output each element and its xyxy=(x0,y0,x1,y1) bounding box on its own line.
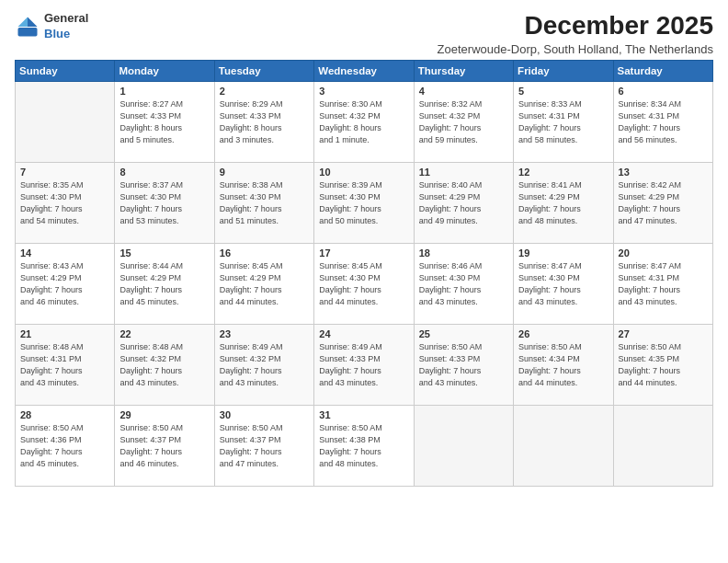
calendar-cell: 23Sunrise: 8:49 AM Sunset: 4:32 PM Dayli… xyxy=(214,325,313,406)
day-detail: Sunrise: 8:46 AM Sunset: 4:30 PM Dayligh… xyxy=(419,260,508,308)
day-detail: Sunrise: 8:38 AM Sunset: 4:30 PM Dayligh… xyxy=(220,179,309,227)
day-detail: Sunrise: 8:50 AM Sunset: 4:36 PM Dayligh… xyxy=(20,422,109,470)
day-detail: Sunrise: 8:32 AM Sunset: 4:32 PM Dayligh… xyxy=(419,98,508,146)
day-header-wednesday: Wednesday xyxy=(314,61,414,82)
day-number: 24 xyxy=(319,328,408,339)
day-detail: Sunrise: 8:43 AM Sunset: 4:29 PM Dayligh… xyxy=(20,260,109,308)
day-number: 23 xyxy=(220,328,309,339)
calendar-cell: 27Sunrise: 8:50 AM Sunset: 4:35 PM Dayli… xyxy=(613,325,712,406)
calendar-cell: 13Sunrise: 8:42 AM Sunset: 4:29 PM Dayli… xyxy=(613,163,712,244)
calendar-cell: 19Sunrise: 8:47 AM Sunset: 4:30 PM Dayli… xyxy=(514,244,613,325)
day-number: 11 xyxy=(419,167,508,178)
day-number: 4 xyxy=(419,86,508,97)
svg-marker-0 xyxy=(28,17,38,27)
calendar-cell xyxy=(414,406,513,487)
calendar-cell: 9Sunrise: 8:38 AM Sunset: 4:30 PM Daylig… xyxy=(214,163,313,244)
day-header-thursday: Thursday xyxy=(414,61,513,82)
day-number: 10 xyxy=(319,167,408,178)
day-number: 27 xyxy=(619,328,708,339)
calendar-cell xyxy=(613,406,712,487)
calendar-cell xyxy=(16,82,115,163)
day-number: 8 xyxy=(119,167,209,178)
calendar-cell: 20Sunrise: 8:47 AM Sunset: 4:31 PM Dayli… xyxy=(613,244,712,325)
day-detail: Sunrise: 8:50 AM Sunset: 4:35 PM Dayligh… xyxy=(619,341,708,389)
header: General Blue December 2025 Zoeterwoude-D… xyxy=(15,11,713,56)
day-number: 6 xyxy=(619,86,708,97)
day-detail: Sunrise: 8:48 AM Sunset: 4:32 PM Dayligh… xyxy=(119,341,209,389)
day-detail: Sunrise: 8:35 AM Sunset: 4:30 PM Dayligh… xyxy=(20,179,109,227)
day-detail: Sunrise: 8:41 AM Sunset: 4:29 PM Dayligh… xyxy=(518,179,608,227)
svg-marker-1 xyxy=(18,17,28,27)
day-number: 28 xyxy=(20,409,109,420)
day-detail: Sunrise: 8:48 AM Sunset: 4:31 PM Dayligh… xyxy=(20,341,109,389)
calendar-cell: 5Sunrise: 8:33 AM Sunset: 4:31 PM Daylig… xyxy=(514,82,613,163)
subtitle: Zoeterwoude-Dorp, South Holland, The Net… xyxy=(438,42,713,56)
day-detail: Sunrise: 8:27 AM Sunset: 4:33 PM Dayligh… xyxy=(119,98,209,146)
day-detail: Sunrise: 8:33 AM Sunset: 4:31 PM Dayligh… xyxy=(518,98,608,146)
calendar-week-row: 7Sunrise: 8:35 AM Sunset: 4:30 PM Daylig… xyxy=(16,163,713,244)
day-detail: Sunrise: 8:50 AM Sunset: 4:37 PM Dayligh… xyxy=(220,422,309,470)
calendar-cell: 24Sunrise: 8:49 AM Sunset: 4:33 PM Dayli… xyxy=(314,325,414,406)
day-number: 19 xyxy=(518,247,608,259)
calendar-cell: 26Sunrise: 8:50 AM Sunset: 4:34 PM Dayli… xyxy=(514,325,613,406)
calendar-cell: 29Sunrise: 8:50 AM Sunset: 4:37 PM Dayli… xyxy=(115,406,214,487)
logo-text: General Blue xyxy=(44,11,88,42)
day-number: 31 xyxy=(319,409,408,420)
calendar-cell: 18Sunrise: 8:46 AM Sunset: 4:30 PM Dayli… xyxy=(414,244,513,325)
main-title: December 2025 xyxy=(438,11,713,40)
page: General Blue December 2025 Zoeterwoude-D… xyxy=(0,0,728,563)
calendar-cell: 31Sunrise: 8:50 AM Sunset: 4:38 PM Dayli… xyxy=(314,406,414,487)
calendar-cell: 25Sunrise: 8:50 AM Sunset: 4:33 PM Dayli… xyxy=(414,325,513,406)
day-number: 14 xyxy=(20,247,109,259)
day-detail: Sunrise: 8:29 AM Sunset: 4:33 PM Dayligh… xyxy=(220,98,309,146)
logo-line1: General xyxy=(44,11,88,25)
day-number: 13 xyxy=(619,167,708,178)
day-detail: Sunrise: 8:40 AM Sunset: 4:29 PM Dayligh… xyxy=(419,179,508,227)
day-header-sunday: Sunday xyxy=(16,61,115,82)
calendar-week-row: 14Sunrise: 8:43 AM Sunset: 4:29 PM Dayli… xyxy=(16,244,713,325)
calendar-cell: 8Sunrise: 8:37 AM Sunset: 4:30 PM Daylig… xyxy=(115,163,214,244)
day-number: 26 xyxy=(518,328,608,339)
calendar-cell: 12Sunrise: 8:41 AM Sunset: 4:29 PM Dayli… xyxy=(514,163,613,244)
calendar-cell: 15Sunrise: 8:44 AM Sunset: 4:29 PM Dayli… xyxy=(115,244,214,325)
logo-line2: Blue xyxy=(44,27,70,40)
day-number: 2 xyxy=(220,86,309,97)
day-detail: Sunrise: 8:37 AM Sunset: 4:30 PM Dayligh… xyxy=(119,179,209,227)
day-number: 30 xyxy=(220,409,309,420)
day-number: 25 xyxy=(419,328,508,339)
day-detail: Sunrise: 8:49 AM Sunset: 4:32 PM Dayligh… xyxy=(220,341,309,389)
calendar-cell xyxy=(514,406,613,487)
logo-icon xyxy=(15,14,40,40)
day-number: 3 xyxy=(319,86,408,97)
svg-rect-2 xyxy=(18,28,38,37)
day-detail: Sunrise: 8:50 AM Sunset: 4:37 PM Dayligh… xyxy=(119,422,209,470)
day-detail: Sunrise: 8:50 AM Sunset: 4:38 PM Dayligh… xyxy=(319,422,408,470)
calendar-cell: 1Sunrise: 8:27 AM Sunset: 4:33 PM Daylig… xyxy=(115,82,214,163)
day-header-saturday: Saturday xyxy=(613,61,712,82)
day-number: 18 xyxy=(419,247,508,259)
calendar-header-row: SundayMondayTuesdayWednesdayThursdayFrid… xyxy=(16,61,713,82)
day-detail: Sunrise: 8:42 AM Sunset: 4:29 PM Dayligh… xyxy=(619,179,708,227)
calendar-cell: 6Sunrise: 8:34 AM Sunset: 4:31 PM Daylig… xyxy=(613,82,712,163)
calendar-cell: 11Sunrise: 8:40 AM Sunset: 4:29 PM Dayli… xyxy=(414,163,513,244)
calendar-cell: 28Sunrise: 8:50 AM Sunset: 4:36 PM Dayli… xyxy=(16,406,115,487)
day-number: 12 xyxy=(518,167,608,178)
calendar: SundayMondayTuesdayWednesdayThursdayFrid… xyxy=(15,60,713,487)
day-number: 9 xyxy=(220,167,309,178)
calendar-week-row: 1Sunrise: 8:27 AM Sunset: 4:33 PM Daylig… xyxy=(16,82,713,163)
calendar-week-row: 28Sunrise: 8:50 AM Sunset: 4:36 PM Dayli… xyxy=(16,406,713,487)
day-detail: Sunrise: 8:34 AM Sunset: 4:31 PM Dayligh… xyxy=(619,98,708,146)
calendar-cell: 30Sunrise: 8:50 AM Sunset: 4:37 PM Dayli… xyxy=(214,406,313,487)
day-number: 22 xyxy=(119,328,209,339)
day-number: 17 xyxy=(319,247,408,259)
calendar-cell: 16Sunrise: 8:45 AM Sunset: 4:29 PM Dayli… xyxy=(214,244,313,325)
calendar-cell: 14Sunrise: 8:43 AM Sunset: 4:29 PM Dayli… xyxy=(16,244,115,325)
day-detail: Sunrise: 8:45 AM Sunset: 4:29 PM Dayligh… xyxy=(220,260,309,308)
calendar-cell: 3Sunrise: 8:30 AM Sunset: 4:32 PM Daylig… xyxy=(314,82,414,163)
day-detail: Sunrise: 8:45 AM Sunset: 4:30 PM Dayligh… xyxy=(319,260,408,308)
calendar-cell: 7Sunrise: 8:35 AM Sunset: 4:30 PM Daylig… xyxy=(16,163,115,244)
title-block: December 2025 Zoeterwoude-Dorp, South Ho… xyxy=(438,11,713,56)
calendar-cell: 10Sunrise: 8:39 AM Sunset: 4:30 PM Dayli… xyxy=(314,163,414,244)
day-detail: Sunrise: 8:39 AM Sunset: 4:30 PM Dayligh… xyxy=(319,179,408,227)
day-detail: Sunrise: 8:44 AM Sunset: 4:29 PM Dayligh… xyxy=(119,260,209,308)
